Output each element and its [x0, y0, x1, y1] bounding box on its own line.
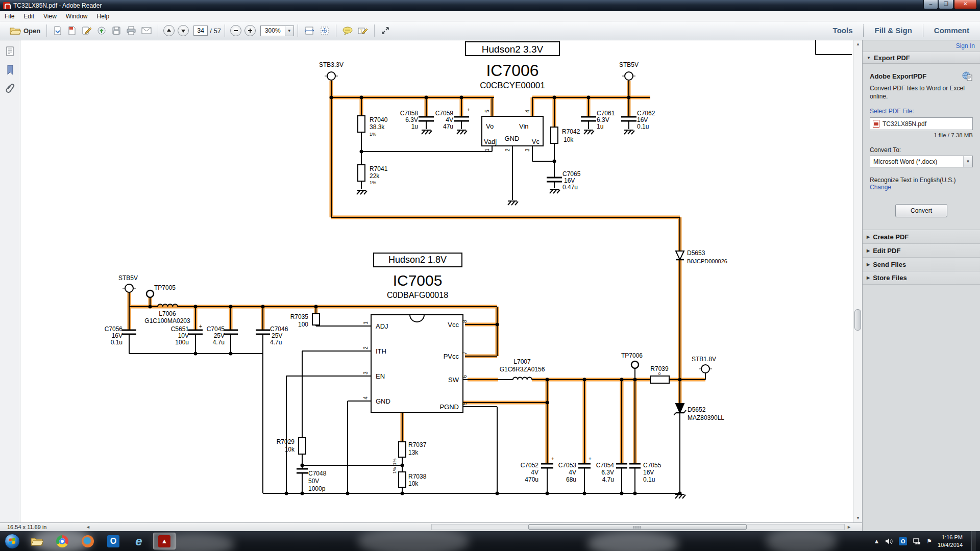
- next-page-button[interactable]: [178, 25, 189, 36]
- volume-icon[interactable]: [885, 538, 893, 545]
- menu-window[interactable]: Window: [61, 12, 92, 21]
- email-button[interactable]: [139, 25, 154, 36]
- convert-button[interactable]: Convert: [895, 204, 947, 217]
- save-button[interactable]: [109, 24, 124, 37]
- show-desktop-button[interactable]: [971, 531, 976, 551]
- selected-file-box[interactable]: TC32LX85N.pdf: [870, 117, 973, 130]
- menu-view[interactable]: View: [39, 12, 61, 21]
- svg-text:10k: 10k: [408, 480, 419, 487]
- scroll-right-arrow[interactable]: ►: [847, 524, 851, 530]
- svg-text:C7062: C7062: [637, 110, 655, 117]
- open-button[interactable]: Open: [7, 24, 43, 37]
- comment-bubble-button[interactable]: [340, 25, 355, 37]
- zoom-out-button[interactable]: [230, 25, 241, 36]
- svg-text:0.1u: 0.1u: [643, 476, 655, 483]
- svg-text:L7007: L7007: [513, 358, 531, 365]
- menu-help[interactable]: Help: [92, 12, 114, 21]
- taskbar-explorer-button[interactable]: [26, 533, 48, 549]
- horizontal-scrollbar[interactable]: [431, 524, 845, 530]
- document-canvas[interactable]: Hudson2 3.3VIC7006C0CBCYE00001STB3.3VR70…: [21, 40, 853, 522]
- panel-section-edit-pdf[interactable]: ▶ Edit PDF: [863, 243, 980, 257]
- horizontal-scroll-thumb[interactable]: [528, 524, 747, 530]
- svg-text:4.7u: 4.7u: [270, 339, 282, 346]
- taskbar-ie-button[interactable]: e: [128, 533, 150, 549]
- panel-section-create-pdf[interactable]: ▶ Create PDF: [863, 230, 980, 243]
- minimize-button[interactable]: –: [923, 0, 938, 9]
- svg-text:C7046: C7046: [270, 325, 288, 333]
- svg-text:TP7005: TP7005: [154, 284, 176, 291]
- print-button[interactable]: [124, 24, 139, 37]
- page-thumbnails-icon[interactable]: [5, 46, 16, 57]
- fullscreen-button[interactable]: [378, 24, 393, 37]
- svg-text:4V: 4V: [446, 116, 453, 123]
- tab-fill-sign[interactable]: Fill & Sign: [863, 24, 922, 37]
- save-pdf-button[interactable]: [51, 24, 65, 37]
- share-upload-button[interactable]: [94, 24, 109, 37]
- page-number-input[interactable]: [193, 26, 208, 36]
- previous-page-button[interactable]: [163, 25, 175, 36]
- outlook-tray-icon[interactable]: O: [899, 537, 907, 545]
- taskbar-outlook-button[interactable]: O: [102, 533, 125, 549]
- chevron-right-icon: ▶: [867, 235, 870, 239]
- sign-pen-button[interactable]: [79, 24, 94, 37]
- svg-text:3: 3: [363, 371, 369, 374]
- change-language-link[interactable]: Change: [870, 184, 891, 191]
- taskbar-firefox-button[interactable]: [77, 533, 99, 549]
- scroll-left-arrow[interactable]: ◄: [86, 524, 90, 530]
- svg-text:5: 5: [484, 110, 490, 113]
- menu-edit[interactable]: Edit: [19, 12, 39, 21]
- envelope-icon: [141, 27, 152, 35]
- selected-file-name: TC32LX85N.pdf: [883, 120, 926, 128]
- recognize-text-label: Recognize Text in English(U.S.): [870, 177, 956, 184]
- taskbar-adobe-reader-button[interactable]: ▲: [153, 533, 176, 549]
- svg-text:R7040: R7040: [370, 116, 388, 123]
- panel-section-store-files[interactable]: ▶ Store Files: [863, 271, 980, 285]
- fit-width-button[interactable]: [302, 24, 317, 37]
- svg-text:8: 8: [462, 320, 468, 323]
- tab-comment[interactable]: Comment: [923, 24, 980, 37]
- fullscreen-arrows-icon: [381, 26, 390, 35]
- svg-text:0.1u: 0.1u: [111, 339, 122, 346]
- select-pdf-file-label: Select PDF File:: [870, 108, 973, 115]
- svg-text:D5653: D5653: [687, 249, 705, 257]
- section-label: Store Files: [873, 274, 906, 282]
- sticky-doc-button[interactable]: [65, 24, 79, 37]
- scroll-up-arrow[interactable]: ▲: [853, 40, 863, 48]
- action-center-flag-icon[interactable]: ⚑: [926, 538, 932, 545]
- bookmarks-icon[interactable]: [5, 64, 16, 76]
- start-button[interactable]: [5, 534, 20, 549]
- file-meta: 1 file / 7.38 MB: [870, 132, 973, 138]
- vertical-scrollbar[interactable]: ▲ ▼: [853, 40, 862, 522]
- tab-tools[interactable]: Tools: [822, 24, 864, 37]
- panel-section-send-files[interactable]: ▶ Send Files: [863, 257, 980, 271]
- taskbar-chrome-button[interactable]: [51, 533, 74, 549]
- menu-file[interactable]: File: [0, 12, 19, 21]
- svg-text:1u: 1u: [411, 123, 418, 130]
- sign-in-link[interactable]: Sign In: [956, 42, 975, 49]
- svg-text:EN: EN: [376, 372, 385, 380]
- highlight-text-button[interactable]: T: [355, 25, 371, 37]
- taskbar-clock[interactable]: 1:16 PM 10/4/2014: [938, 534, 963, 548]
- hidden-icons-button[interactable]: ▲: [873, 538, 879, 545]
- format-dropdown-arrow[interactable]: ▼: [963, 156, 972, 167]
- maximize-button[interactable]: ❐: [939, 0, 953, 9]
- windows-flag-icon: [9, 538, 16, 544]
- close-button[interactable]: ✕: [954, 0, 977, 9]
- export-pdf-header[interactable]: ▼ Export PDF: [863, 52, 980, 64]
- attachments-icon[interactable]: [5, 83, 16, 94]
- zoom-dropdown-button[interactable]: ▼: [285, 26, 293, 36]
- highlighter-icon: T: [358, 27, 368, 35]
- zoom-level-select[interactable]: 300% ▼: [260, 26, 294, 36]
- svg-text:47u: 47u: [443, 123, 453, 130]
- svg-text:Hudson2 3.3V: Hudson2 3.3V: [482, 44, 544, 55]
- chevron-right-icon: ▶: [867, 248, 870, 253]
- network-icon[interactable]: [913, 538, 921, 545]
- zoom-in-button[interactable]: [244, 25, 256, 36]
- pdf-document-icon: [53, 26, 62, 35]
- scroll-down-arrow[interactable]: ▼: [853, 514, 863, 522]
- svg-text:+: +: [589, 456, 592, 462]
- fit-page-button[interactable]: [317, 24, 332, 37]
- vertical-scroll-thumb[interactable]: [854, 309, 861, 331]
- svg-text:C7056: C7056: [105, 325, 123, 333]
- format-dropdown[interactable]: Microsoft Word (*.docx) ▼: [870, 156, 973, 167]
